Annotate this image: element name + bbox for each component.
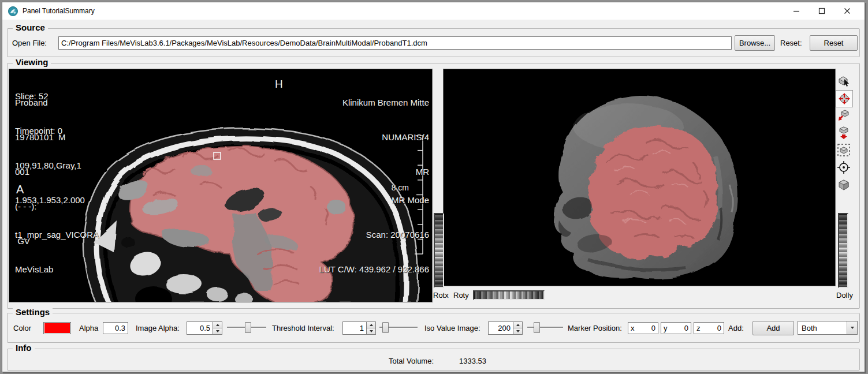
file-path-value: C:/Program Files/MeVisLab3.6.1/Packages/… <box>61 39 427 47</box>
image-alpha-value: 0.5 <box>187 321 213 335</box>
browse-button-label: Browse... <box>739 39 770 47</box>
open-file-label: Open File: <box>12 39 47 47</box>
rotate-mode-icon <box>837 92 851 106</box>
image-alpha-spinbox[interactable]: 0.5 <box>187 321 222 335</box>
add-mode-value: Both <box>798 324 847 332</box>
mevislab-logo-icon <box>8 6 18 16</box>
total-volume-label: Total Volume: <box>389 357 434 365</box>
roty-thumbwheel[interactable] <box>473 290 545 300</box>
settings-header: Settings <box>13 307 53 317</box>
viewer-3d[interactable] <box>443 69 836 286</box>
threshold-label: Threshold Interval: <box>272 324 334 332</box>
slice-status-overlay: Slice: 52 Timepoint: 0 109,91,80,Gray,1 … <box>15 69 99 298</box>
seek-target-button[interactable] <box>836 159 852 175</box>
iso-value: 200 <box>488 321 513 335</box>
add-label: Add: <box>728 324 744 332</box>
spin-down-icon[interactable] <box>513 328 522 334</box>
pick-mode-icon <box>837 74 851 88</box>
pick-mode-button[interactable] <box>836 73 852 89</box>
view-down-button[interactable] <box>836 125 852 141</box>
marker-x-input[interactable]: x 0 <box>628 322 658 334</box>
reset-button[interactable]: Reset <box>810 35 858 51</box>
spin-up-icon[interactable] <box>367 322 375 328</box>
image-alpha-slider[interactable] <box>227 321 266 333</box>
file-path-input[interactable]: C:/Program Files/MeVisLab3.6.1/Packages/… <box>58 36 732 50</box>
threshold-slider[interactable] <box>379 321 418 333</box>
browse-button[interactable]: Browse... <box>735 35 775 51</box>
spin-down-icon[interactable] <box>367 328 375 334</box>
orientation-a-label: A <box>16 184 24 195</box>
marker-position-label: Marker Position: <box>568 324 622 332</box>
roty-label: Roty <box>453 291 469 300</box>
total-volume-value: 1333.53 <box>459 357 486 365</box>
image-alpha-label: Image Alpha: <box>136 324 180 332</box>
view-down-icon <box>837 126 851 140</box>
marker-z-input[interactable]: z 0 <box>694 322 724 334</box>
dolly-label: Dolly <box>836 291 853 300</box>
minimize-button[interactable] <box>784 3 809 19</box>
spin-down-icon[interactable] <box>213 328 222 334</box>
window-title: Panel TutorialSummary <box>23 7 95 15</box>
iso-value-label: Iso Value Image: <box>424 324 480 332</box>
settings-group: Settings Color Alpha 0.3 Image Alpha: 0.… <box>7 313 860 343</box>
seek-icon <box>837 109 851 122</box>
maximize-button[interactable] <box>809 3 835 19</box>
reset-button-label: Reset <box>824 39 844 47</box>
minimize-icon <box>793 8 800 14</box>
info-group: Info Total Volume: 1333.53 <box>7 349 860 371</box>
alpha-input[interactable]: 0.3 <box>103 322 128 334</box>
viewing-header: Viewing <box>13 57 51 67</box>
app-window: Panel TutorialSummary Source Open File: … <box>2 2 865 372</box>
marker-z-value: 0 <box>701 324 722 332</box>
close-icon <box>844 8 851 14</box>
alpha-label: Alpha <box>79 324 98 332</box>
seek-target-icon <box>837 160 851 174</box>
color-swatch-button[interactable] <box>43 322 71 334</box>
orientation-h-label: H <box>275 78 283 90</box>
rotx-thumbwheel[interactable] <box>434 213 444 288</box>
marker-y-value: 0 <box>668 324 689 332</box>
maximize-icon <box>818 8 825 14</box>
view-all-button[interactable] <box>836 142 852 158</box>
iso-value-slider[interactable] <box>527 321 563 333</box>
source-header: Source <box>13 23 48 32</box>
threshold-value: 1 <box>342 321 366 335</box>
add-button[interactable]: Add <box>752 321 794 335</box>
dolly-thumbwheel[interactable] <box>838 213 848 288</box>
view-all-icon <box>837 143 851 157</box>
info-header: Info <box>13 343 35 353</box>
alpha-value: 0.3 <box>115 324 125 332</box>
rotate-mode-button[interactable] <box>836 90 853 107</box>
iso-value-spinbox[interactable]: 200 <box>488 321 523 335</box>
camera-cube-button[interactable] <box>836 177 852 193</box>
close-button[interactable] <box>835 3 860 19</box>
marker-x-value: 0 <box>635 324 656 332</box>
chevron-down-icon <box>847 321 857 334</box>
slice-viewer-2d[interactable]: Proband 19780101 M 001 (- - -): GV Klini… <box>9 69 433 302</box>
add-mode-dropdown[interactable]: Both <box>798 321 858 335</box>
reset-label: Reset: <box>780 39 802 47</box>
skull-brain-3d-render <box>444 69 836 286</box>
color-label: Color <box>13 324 31 332</box>
marker-y-input[interactable]: y 0 <box>661 322 691 334</box>
source-group: Source Open File: C:/Program Files/MeVis… <box>7 28 860 57</box>
seek-button[interactable] <box>836 107 852 124</box>
scale-label: 8 cm <box>392 182 409 193</box>
rotx-label: Rotx <box>433 291 449 300</box>
threshold-spinbox[interactable]: 1 <box>342 321 376 335</box>
add-button-label: Add <box>766 324 780 332</box>
scan-mode-overlay: MR Mode Scan: 20070616 LUT C/W: 439.962 … <box>319 171 429 298</box>
spin-up-icon[interactable] <box>213 322 222 328</box>
title-bar: Panel TutorialSummary <box>2 2 865 20</box>
camera-cube-icon <box>837 178 851 192</box>
spin-up-icon[interactable] <box>513 322 522 328</box>
